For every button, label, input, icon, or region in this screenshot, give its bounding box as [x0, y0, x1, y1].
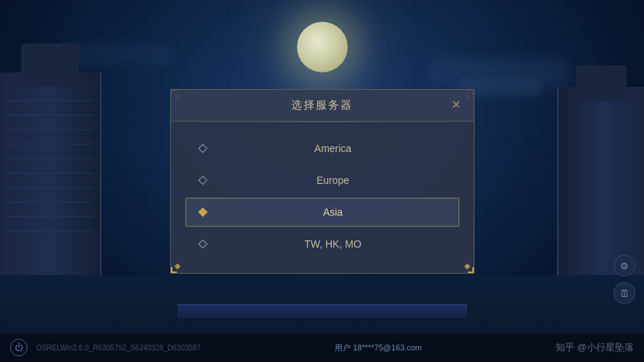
svg-rect-7: [198, 240, 206, 248]
server-name-twhkmo: TW, HK, MO: [219, 238, 447, 250]
corner-decoration-bl: [170, 258, 185, 274]
svg-rect-2: [174, 263, 180, 269]
version-text: OSRELWin2.6.0_R6305792_S6240328_D6303587: [36, 344, 201, 352]
server-item-america[interactable]: America: [185, 134, 459, 163]
dialog-title-bar: 选择服务器 ✕: [171, 90, 474, 122]
bottom-right: 知乎 @小行星坠落: [556, 341, 634, 354]
diamond-icon-twhkmo: [198, 239, 208, 249]
watermark-text: 知乎 @小行星坠落: [556, 341, 634, 354]
server-name-europe: Europe: [219, 174, 447, 186]
diamond-icon-asia: [198, 207, 208, 217]
bottom-bar: ⏻ OSRELWin2.6.0_R6305792_S6240328_D63035…: [0, 333, 644, 362]
server-item-asia[interactable]: Asia: [185, 198, 459, 227]
corner-decoration-br: [459, 258, 475, 274]
server-list: America Europe Asia TW, HK, MO: [171, 122, 474, 273]
svg-rect-4: [198, 144, 206, 152]
server-name-america: America: [219, 143, 447, 154]
power-button[interactable]: ⏻: [10, 339, 28, 356]
bottom-left: ⏻ OSRELWin2.6.0_R6305792_S6240328_D63035…: [10, 339, 201, 356]
server-item-europe[interactable]: Europe: [185, 166, 459, 195]
dialog-title: 选择服务器: [291, 98, 353, 112]
diamond-icon-europe: [198, 175, 208, 185]
user-label: 用户: [335, 343, 351, 352]
close-button[interactable]: ✕: [448, 98, 464, 112]
svg-rect-5: [198, 176, 206, 184]
diamond-icon-america: [198, 143, 208, 153]
server-item-twhkmo[interactable]: TW, HK, MO: [185, 230, 459, 258]
svg-rect-6: [198, 207, 207, 216]
svg-rect-3: [464, 263, 469, 269]
server-name-asia: Asia: [219, 206, 447, 218]
user-account: 18****75@163.com: [353, 343, 422, 352]
server-select-dialog: 选择服务器 ✕ America Europe: [170, 89, 474, 274]
user-info: 用户 18****75@163.com: [335, 342, 422, 353]
dialog-overlay: 选择服务器 ✕ America Europe: [0, 0, 644, 362]
